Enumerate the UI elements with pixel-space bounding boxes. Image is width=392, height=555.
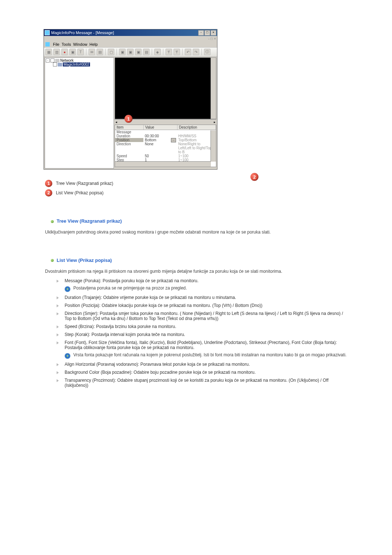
list-item-text: Speed (Brzina): Postavlja brzinu toka po… — [65, 324, 348, 329]
col-value[interactable]: Value — [144, 125, 177, 130]
legend-text-2: List View (Prikaz popisa) — [56, 190, 103, 195]
undo-icon[interactable]: ↶ — [185, 49, 191, 55]
menu-tools[interactable]: Tools — [62, 42, 71, 46]
list-cell-description: Top/Bottom — [177, 138, 216, 142]
list-cell-item: Position — [115, 138, 143, 142]
scrollbar-horizontal[interactable] — [115, 161, 211, 167]
menu-help[interactable]: Help — [90, 42, 98, 46]
list-cell-item: Message — [115, 130, 143, 134]
list-cell-item: Speed — [115, 154, 143, 158]
toolbar-icon[interactable]: ▣ — [119, 49, 126, 55]
legend: 1 Tree View (Razgranati prikaz) 2 List V… — [45, 180, 348, 197]
list-cell-description: 1~100 — [177, 154, 216, 158]
toolbar-icon[interactable]: ▤ — [97, 49, 103, 55]
list-cell-value: 50 — [143, 154, 177, 158]
list-item: Background Color (Boja pozadine): Odabir… — [57, 370, 348, 375]
list-item-text: Font (Font), Font Size (Veličina fonta),… — [65, 340, 348, 350]
section-intro: Dvostrukim pritiskom na njega ili pritis… — [45, 268, 348, 275]
ellipsis-button[interactable]: .. — [171, 138, 176, 142]
bullet-icon — [51, 220, 54, 223]
list-header: Item Value Description — [115, 125, 216, 130]
toolbar-icon[interactable]: ▦ — [45, 49, 52, 55]
callout-1: 1 — [124, 115, 132, 123]
list-cell-item: Duration — [115, 134, 143, 138]
toolbar-icon[interactable]: ▣ — [69, 49, 76, 55]
list-cell-description: HH/MM/SS — [177, 134, 216, 138]
list-item-text: Direction (Smjer): Postavlja smjer toka … — [65, 311, 348, 321]
bullet-icon — [51, 259, 54, 262]
app-icon — [45, 30, 50, 35]
toolbar-icon[interactable]: ● — [61, 49, 68, 55]
list-cell-value: None — [143, 142, 177, 154]
close-button[interactable]: × — [211, 30, 216, 36]
menu-file[interactable]: File — [53, 42, 60, 46]
legend-text-1: Tree View (Razgranati prikaz) — [56, 181, 113, 186]
legend-badge-2: 2 — [45, 189, 52, 197]
toolbar-icon[interactable]: ▢ — [108, 49, 114, 55]
list-item: Duration (Trajanje): Odabire vrijeme por… — [57, 295, 348, 300]
plus-icon: + — [65, 353, 70, 359]
document-titlebar: - □ × — [44, 36, 217, 41]
list-item: Step (Korak): Postavlja interval kojim p… — [57, 332, 348, 337]
scrollbar-vertical[interactable] — [211, 130, 216, 162]
col-description[interactable]: Description — [177, 125, 216, 130]
legend-badge-1: 1 — [45, 180, 52, 187]
list-cell-value — [143, 130, 177, 134]
list-item-text: Step (Korak): Postavlja interval kojim p… — [65, 332, 348, 337]
toolbar: ▦ ▥ ● ▣ T ✉ ▤ ▢ ▣ ▣ ▣ ▤ ◈ Ƭ Ƭ — [44, 48, 217, 57]
list-item-text: Transparency (Prozirnost): Odabire stupa… — [65, 378, 348, 388]
toolbar-icon[interactable]: ▣ — [127, 49, 134, 55]
list-item: Speed (Brzina): Postavlja brzinu toka po… — [57, 324, 348, 329]
note-text: Vrsta fonta pokazuje font računala na ko… — [73, 352, 348, 359]
toolbar-icon[interactable]: ▥ — [53, 49, 60, 55]
menu-window[interactable]: Window — [73, 42, 87, 46]
list-item-text: Duration (Trajanje): Odabire vrijeme por… — [65, 295, 348, 300]
list-row[interactable]: Speed501~100 — [115, 154, 216, 158]
redo-icon[interactable]: ↷ — [193, 49, 199, 55]
bullet-list: Message (Poruka): Postavlja poruku koja … — [57, 278, 348, 388]
note: +Postavljena poruka se ne primjenjuje na… — [65, 285, 348, 292]
toolbar-icon[interactable]: ▣ — [135, 49, 142, 55]
tree-node-child[interactable]: MagicInfo#0002 — [46, 62, 113, 66]
toolbar-icon[interactable]: T — [77, 49, 84, 55]
list-row[interactable]: Message — [115, 130, 216, 134]
tree-node-root[interactable]: - Network — [46, 58, 113, 62]
section-body: Uklključivanjem potvrdnog okvira pored s… — [45, 229, 348, 236]
tree-label-selected: MagicInfo#0002 — [63, 62, 90, 66]
note-text: Postavljena poruka se ne primjenjuje na … — [73, 285, 348, 292]
menubar: File Tools Window Help — [44, 41, 217, 48]
scrollbar-vertical[interactable] — [211, 58, 216, 119]
toolbar-icon[interactable]: ✉ — [89, 49, 95, 55]
list-row[interactable]: DirectionNoneNone/Right to Left/Left to … — [115, 142, 216, 154]
minimize-button[interactable]: - — [198, 30, 204, 36]
doc-minimize-button[interactable]: - — [208, 37, 209, 41]
list-item: Message (Poruka): Postavlja poruku koja … — [57, 278, 348, 292]
toolbar-icon[interactable]: ▤ — [143, 49, 150, 55]
list-item: Align Horizontal (Poravnaj vodoravno): P… — [57, 362, 348, 367]
window-title: MagicInfoPro Message - [Message] — [51, 31, 114, 35]
list-view[interactable]: Item Value Description MessageDuration00… — [115, 125, 216, 167]
doc-maximize-button[interactable]: □ — [211, 37, 213, 41]
doc-close-button[interactable]: × — [214, 37, 216, 41]
note: +Vrsta fonta pokazuje font računala na k… — [65, 352, 348, 359]
section-heading-tree-view: Tree View (Razgranati prikaz) — [51, 218, 348, 224]
list-row[interactable]: Duration00:30:00HH/MM/SS — [115, 134, 216, 138]
app-menu-icon — [45, 42, 50, 46]
tree-view[interactable]: - Network MagicInfo#0002 — [45, 57, 114, 169]
toolbar-icon[interactable]: ◈ — [154, 49, 161, 55]
list-cell-value: Bottom.. — [143, 138, 177, 142]
list-row[interactable]: PositionBottom..Top/Bottom — [115, 138, 216, 142]
app-window: MagicInfoPro Message - [Message] - □ × -… — [44, 29, 217, 170]
info-icon[interactable]: ⓘ — [204, 49, 211, 55]
list-item-text: Position (Pozicija): Odabire lokaciju po… — [65, 303, 348, 308]
list-item-text: Align Horizontal (Poravnaj vodoravno): P… — [65, 362, 348, 367]
list-item: Font (Font), Font Size (Veličina fonta),… — [57, 340, 348, 359]
toolbar-icon[interactable]: Ƭ — [166, 49, 172, 55]
list-item-text: Background Color (Boja pozadine): Odabir… — [65, 370, 348, 375]
col-item[interactable]: Item — [115, 125, 144, 130]
section-heading-list-view: List View (Prikaz popisa) — [51, 258, 348, 263]
toolbar-icon[interactable]: Ƭ — [173, 49, 180, 55]
maximize-button[interactable]: □ — [204, 30, 210, 36]
list-cell-description: None/Right to Left/Left to Right/Top to … — [177, 142, 216, 154]
list-item: Position (Pozicija): Odabire lokaciju po… — [57, 303, 348, 308]
